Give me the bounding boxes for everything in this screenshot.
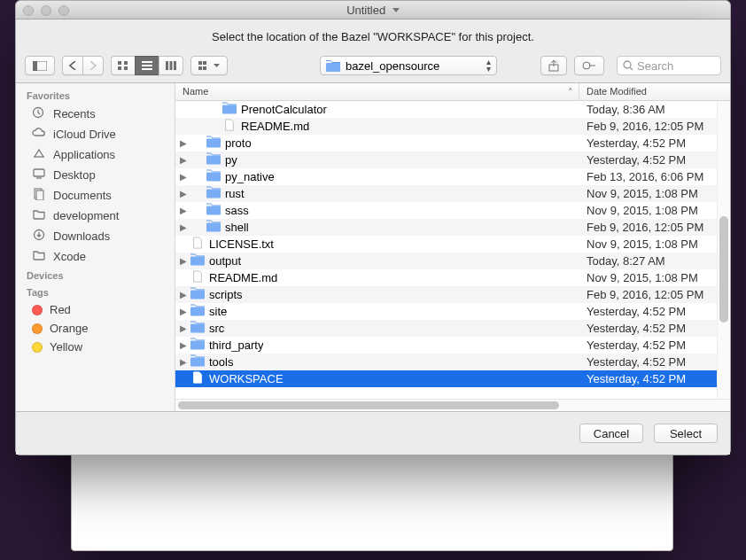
- disclosure-triangle-icon[interactable]: ▶: [179, 206, 188, 215]
- view-icons-button[interactable]: [111, 56, 135, 75]
- file-row[interactable]: README.mdNov 9, 2015, 1:08 PM: [175, 269, 730, 286]
- file-date: Yesterday, 4:52 PM: [579, 305, 730, 318]
- file-row[interactable]: ▶protoYesterday, 4:52 PM: [175, 135, 730, 152]
- file-row[interactable]: ▶rustNov 9, 2015, 1:08 PM: [175, 185, 730, 202]
- file-row[interactable]: ▶pyYesterday, 4:52 PM: [175, 152, 730, 168]
- close-icon[interactable]: [23, 5, 34, 16]
- file-date: Today, 8:36 AM: [579, 103, 730, 116]
- back-button[interactable]: [62, 56, 82, 75]
- svg-rect-31: [206, 190, 221, 198]
- open-panel: Select the location of the Bazel "WORKSP…: [15, 19, 731, 455]
- file-name: LICENSE.txt: [209, 237, 274, 251]
- column-name[interactable]: Name ˄: [175, 83, 579, 100]
- vertical-scrollbar[interactable]: [717, 101, 730, 399]
- column-date-modified[interactable]: Date Modified: [579, 83, 730, 100]
- svg-rect-14: [198, 66, 202, 70]
- sidebar-item[interactable]: Downloads: [16, 226, 175, 246]
- disclosure-triangle-icon[interactable]: ▶: [179, 138, 188, 148]
- cancel-button[interactable]: Cancel: [579, 424, 643, 443]
- svg-rect-9: [166, 61, 168, 70]
- file-row[interactable]: ▶py_nativeFeb 13, 2016, 6:06 PM: [175, 168, 730, 185]
- file-rows: PrenotCalculatorToday, 8:36 AMREADME.mdF…: [175, 101, 730, 399]
- sidebar-group-label: Devices: [16, 267, 175, 284]
- svg-rect-39: [190, 358, 205, 367]
- file-row[interactable]: README.mdFeb 9, 2016, 12:05 PM: [175, 118, 730, 135]
- sidebar-item-label: Desktop: [53, 168, 96, 182]
- zoom-icon[interactable]: [58, 5, 69, 16]
- folder-icon: [220, 102, 241, 117]
- file-row[interactable]: ▶siteYesterday, 4:52 PM: [175, 303, 730, 320]
- share-button[interactable]: [540, 56, 567, 75]
- sidebar-item[interactable]: Xcode: [16, 246, 175, 267]
- file-row[interactable]: WORKSPACEYesterday, 4:52 PM: [175, 370, 730, 387]
- chevron-down-icon: [392, 8, 400, 13]
- sidebar-item[interactable]: Yellow: [16, 338, 175, 356]
- disclosure-triangle-icon[interactable]: ▶: [179, 172, 188, 182]
- search-field[interactable]: Search: [617, 56, 721, 75]
- nav-back-forward: [62, 56, 104, 75]
- list-icon: [142, 61, 152, 70]
- file-row[interactable]: ▶shellFeb 9, 2016, 12:05 PM: [175, 219, 730, 236]
- horizontal-scrollbar[interactable]: [175, 399, 730, 411]
- sidebar-item-label: Red: [50, 303, 71, 316]
- file-row[interactable]: LICENSE.txtNov 9, 2015, 1:08 PM: [175, 236, 730, 253]
- scrollbar-thumb[interactable]: [719, 216, 728, 323]
- clock-icon: [32, 106, 46, 121]
- disclosure-triangle-icon[interactable]: ▶: [179, 357, 188, 367]
- sidebar-item[interactable]: Desktop: [16, 165, 175, 185]
- sidebar-item-label: Yellow: [50, 340, 82, 354]
- sidebar-item[interactable]: Orange: [16, 319, 175, 338]
- svg-rect-37: [190, 324, 205, 333]
- folder-icon: [204, 220, 225, 235]
- sidebar-item-label: Downloads: [53, 229, 110, 243]
- desktop-icon: [32, 167, 46, 183]
- file-date: Feb 13, 2016, 6:06 PM: [579, 170, 730, 183]
- downloads-icon: [32, 229, 46, 244]
- group-by-button[interactable]: [190, 56, 228, 75]
- view-list-button[interactable]: [135, 56, 159, 75]
- file-row[interactable]: ▶sassNov 9, 2015, 1:08 PM: [175, 202, 730, 219]
- disclosure-triangle-icon[interactable]: ▶: [179, 189, 188, 198]
- file-date: Yesterday, 4:52 PM: [579, 372, 730, 385]
- file-row[interactable]: ▶third_partyYesterday, 4:52 PM: [175, 337, 730, 354]
- sidebar-item[interactable]: Applications: [16, 144, 175, 165]
- documents-icon: [32, 188, 46, 203]
- list-header: Name ˄ Date Modified: [175, 83, 730, 101]
- minimize-icon[interactable]: [41, 5, 51, 16]
- svg-rect-29: [206, 156, 221, 165]
- disclosure-triangle-icon[interactable]: ▶: [179, 290, 188, 299]
- svg-rect-10: [170, 61, 173, 70]
- sidebar-toggle-button[interactable]: [25, 56, 55, 75]
- chevron-right-icon: [89, 61, 97, 70]
- sidebar-item[interactable]: Recents: [16, 104, 175, 124]
- scrollbar-thumb[interactable]: [178, 401, 559, 409]
- disclosure-triangle-icon[interactable]: ▶: [179, 155, 188, 165]
- disclosure-triangle-icon[interactable]: ▶: [179, 340, 188, 350]
- file-row[interactable]: PrenotCalculatorToday, 8:36 AM: [175, 101, 730, 118]
- file-row[interactable]: ▶scriptsFeb 9, 2016, 12:05 PM: [175, 286, 730, 303]
- disclosure-triangle-icon[interactable]: ▶: [179, 323, 188, 333]
- svg-rect-27: [222, 105, 237, 114]
- path-popup[interactable]: bazel_opensource ▴▾: [320, 56, 497, 75]
- select-button[interactable]: Select: [654, 424, 718, 443]
- sidebar-group-label: Tags: [16, 284, 175, 300]
- sidebar-item-label: Orange: [50, 322, 88, 335]
- sidebar-item[interactable]: iCloud Drive: [16, 124, 175, 144]
- file-row[interactable]: ▶outputToday, 8:27 AM: [175, 253, 730, 269]
- window-title[interactable]: Untitled: [346, 4, 400, 17]
- folder-icon: [204, 203, 225, 218]
- file-row[interactable]: ▶srcYesterday, 4:52 PM: [175, 320, 730, 337]
- file-name: third_party: [209, 338, 263, 352]
- sidebar-item-label: Applications: [53, 148, 115, 161]
- sidebar-item[interactable]: Documents: [16, 185, 175, 206]
- file-date: Feb 9, 2016, 12:05 PM: [579, 288, 730, 301]
- disclosure-triangle-icon[interactable]: ▶: [179, 256, 188, 266]
- tags-button[interactable]: [574, 56, 604, 75]
- disclosure-triangle-icon[interactable]: ▶: [179, 222, 188, 232]
- disclosure-triangle-icon[interactable]: ▶: [179, 307, 188, 316]
- sidebar-item[interactable]: Red: [16, 300, 175, 319]
- sidebar-item[interactable]: development: [16, 206, 175, 226]
- view-columns-button[interactable]: [159, 56, 183, 75]
- file-row[interactable]: ▶toolsYesterday, 4:52 PM: [175, 354, 730, 370]
- forward-button[interactable]: [82, 56, 104, 75]
